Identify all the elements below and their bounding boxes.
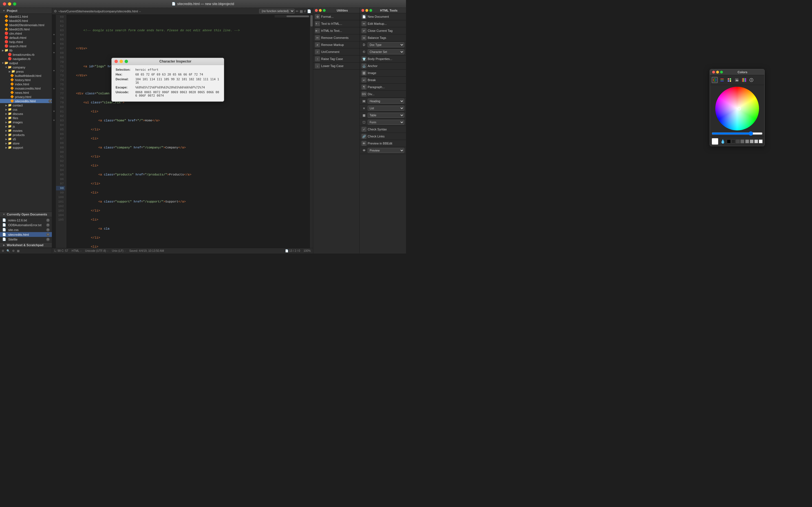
list-item[interactable]: 🔶 bbedit20.html [0,18,52,23]
close-current-tag-button[interactable]: ↵ Close Current Tag [360,27,406,34]
close-file-button[interactable]: ✕ [46,223,50,227]
fold-arrow[interactable]: ▼ [52,33,56,37]
character-set-selector[interactable]: Character Set [368,49,404,54]
list-item[interactable]: ▶ 📁 images [0,120,52,124]
doc-type-selector[interactable]: Doc Type [368,42,404,47]
folder-toggle[interactable]: ▶ [4,146,8,149]
list-item[interactable]: 📄 sitecredits.html ✕ [0,232,52,237]
list-item[interactable]: ▶ 📁 js [0,124,52,128]
list-item[interactable]: ▶ 📁 lib [0,48,52,52]
folder-toggle[interactable]: ▶ [4,129,8,132]
hash-icon[interactable]: # [304,9,306,13]
grid-icon[interactable]: ▦ [300,9,303,13]
list-item[interactable]: 🔴 help.rhtml [0,40,52,44]
list-item[interactable]: ▼ 📂 output [0,61,52,65]
preview-selector[interactable]: Preview [368,148,404,153]
list-selector[interactable]: List [368,106,404,111]
function-selector[interactable]: (no function selected) [259,9,295,13]
check-links-button[interactable]: 🔗 Check Links [360,133,406,140]
section-toggle[interactable]: ▼ [2,213,6,216]
list-item[interactable]: ▶ 📁 products [0,133,52,137]
sidebar-status-icon2[interactable]: 🔍 [6,249,10,252]
folder-toggle[interactable]: ▶ [4,125,8,128]
remove-comments-button[interactable]: ✂ Remove Comments [313,34,359,41]
panel-close-button[interactable] [315,9,318,12]
panel-close-button[interactable] [361,9,364,12]
horizontal-scrollbar[interactable] [274,15,310,17]
close-file-button[interactable]: ✕ [46,228,50,231]
sidebar-status-icon4[interactable]: ▦ [17,249,19,252]
list-item[interactable]: ▶ 📁 css [0,107,52,112]
folder-toggle[interactable]: ▶ [4,138,8,140]
list-item[interactable]: 🔶 sitecredits.html ✕ [0,99,52,103]
list-item[interactable]: ▶ 📁 contact [0,103,52,107]
list-item[interactable]: ▶ 📁 press [0,69,52,73]
paragraph-button[interactable]: ¶ Paragraph... [360,83,406,91]
close-file-button[interactable]: ✕ [46,238,50,241]
list-item[interactable]: ▶ 📁 discuss [0,112,52,116]
check-syntax-button[interactable]: ✓ Check Syntax [360,126,406,133]
fold-arrow[interactable]: ▼ [52,118,56,123]
edit-icon[interactable]: ✏ [296,9,299,13]
raise-tag-button[interactable]: ↑ Raise Tag Case [313,55,359,62]
currently-open-header[interactable]: ▼ Currently Open Documents [0,212,52,217]
list-item[interactable]: 📄 Sitefile ✕ [0,237,52,242]
status-encoding[interactable]: Unicode (UTF-8) – [85,249,109,252]
anchor-button[interactable]: ⚓ Anchor [360,62,406,69]
close-file-button[interactable]: ✕ [46,219,50,222]
list-item[interactable]: 🔴 clm.rhtml [0,31,52,36]
list-item[interactable]: 🔶 history.html [0,78,52,82]
code-content[interactable]: <!-- Google site search form code ends h… [66,15,274,248]
char-inspector-min-button[interactable] [119,60,123,63]
folder-toggle[interactable]: ▼ [1,62,4,64]
close-file-button[interactable]: ✕ [49,100,52,103]
fold-arrow[interactable]: ▼ [52,109,56,114]
list-item[interactable]: 🔴 navigation.rb [0,57,52,61]
char-inspector-close-button[interactable] [114,60,118,63]
panel-max-button[interactable] [369,9,372,12]
list-item[interactable]: 🔶 index.html [0,82,52,86]
list-item[interactable]: 🔶 mosaiccredits.html [0,86,52,91]
list-item[interactable]: 📄 site.css ✕ [0,227,52,232]
fold-arrow[interactable]: ▼ [52,69,56,73]
section-toggle[interactable]: ▶ [2,244,6,246]
close-button[interactable] [3,2,6,6]
folder-toggle[interactable]: ▶ [4,133,8,136]
sidebar-status-icon3[interactable]: ⚙ [12,249,15,252]
scrollbar-thumb[interactable] [287,15,309,17]
preview-bbedit-button[interactable]: 👁 Preview in BBEdit [360,140,406,147]
edit-markup-button[interactable]: ✏ Edit Markup... [360,20,406,27]
list-item[interactable]: ▶ 📁 support [0,145,52,150]
fold-arrow[interactable]: ▼ [52,51,56,55]
remove-markup-button[interactable]: ≠ Remove Markup [313,41,359,48]
div-button[interactable]: DIV Div... [360,91,406,98]
project-toggle[interactable]: ▼ [2,9,6,12]
list-item[interactable]: ▼ 📂 company [0,65,52,69]
folder-toggle[interactable]: ▶ [4,112,8,115]
list-item[interactable]: ▶ 📁 files [0,116,52,120]
project-tree[interactable]: 🔶 bbedit11.html 🔶 bbedit20.html 🔶 bbedit… [0,14,52,212]
image-button[interactable]: 🖼 Image [360,69,406,76]
folder-toggle[interactable]: ▶ [4,121,8,124]
list-item[interactable]: 📄 notes-12.6.txt ✕ [0,218,52,223]
text-to-html-button[interactable]: T→ Text to HTML... [313,20,359,27]
doc-icon[interactable]: 📄 [307,9,311,13]
fold-arrow[interactable]: ▼ [52,87,56,91]
heading-selector[interactable]: Heading [368,99,404,104]
scrollbar-thumb[interactable] [310,15,313,26]
folder-toggle[interactable]: ▶ [8,70,11,73]
list-item[interactable]: 🔶 bbedit105.html [0,27,52,31]
balance-tags-button[interactable]: ⇔ Balance Tags [360,34,406,41]
list-item[interactable]: 🔶 news.html [0,91,52,95]
status-line-ending[interactable]: Unix (LF) – [112,249,126,252]
sidebar-status-icon1[interactable]: ⚙ [2,249,4,252]
html-to-text-button[interactable]: H→ HTML to Text... [313,27,359,34]
folder-toggle[interactable]: ▶ [4,117,8,119]
body-properties-button[interactable]: 👕 Body Properties... [360,55,406,62]
folder-toggle[interactable]: ▶ [4,104,8,107]
fold-arrow[interactable]: ▼ [52,42,56,46]
status-zoom[interactable]: 100% [303,249,311,252]
panel-min-button[interactable] [365,9,368,12]
new-document-button[interactable]: 📄 New Document [360,13,406,20]
list-item[interactable]: 🔴 breadcrumbs.rb [0,52,52,57]
